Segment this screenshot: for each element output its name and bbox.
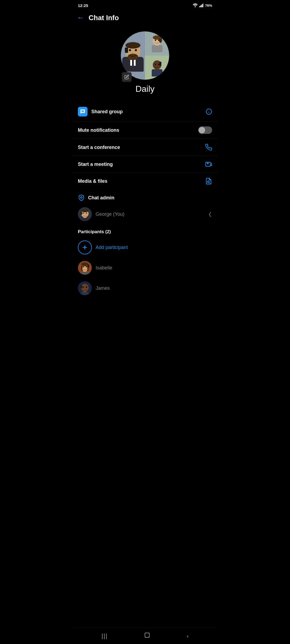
- menu-item-mute[interactable]: Mute notifications: [73, 122, 218, 139]
- wifi-icon: [193, 3, 198, 7]
- person-main-svg: [121, 39, 145, 72]
- svg-rect-1: [199, 6, 200, 7]
- svg-point-11: [128, 54, 138, 60]
- svg-point-53: [81, 262, 89, 266]
- svg-rect-65: [81, 286, 82, 288]
- edit-icon: [124, 75, 129, 79]
- person-br-svg: [150, 59, 164, 76]
- menu-section: Shared group Mute notifications Start a …: [73, 102, 218, 189]
- shared-group-icon: [78, 107, 88, 116]
- participant-row-isabelle[interactable]: Isabelle: [73, 258, 218, 278]
- isabelle-name: Isabelle: [96, 265, 112, 271]
- battery-text: 76%: [205, 3, 212, 8]
- chat-admin-section-header: Chat admin: [73, 189, 218, 204]
- menu-item-left: Shared group: [78, 107, 123, 116]
- james-avatar: [78, 281, 92, 295]
- page-title: Chat Info: [89, 14, 119, 22]
- toggle-knob: [199, 127, 205, 133]
- status-icons: 76%: [193, 3, 212, 8]
- status-time: 12:25: [78, 3, 88, 8]
- svg-point-63: [83, 287, 84, 288]
- james-avatar-svg: [78, 281, 92, 295]
- svg-rect-4: [202, 4, 203, 7]
- mute-label: Mute notifications: [78, 127, 119, 133]
- svg-point-44: [86, 213, 87, 214]
- menu-item-meeting[interactable]: Start a meeting: [73, 156, 218, 173]
- james-name: James: [96, 286, 110, 291]
- info-icon: [206, 108, 212, 115]
- svg-rect-46: [81, 212, 82, 215]
- svg-point-28: [158, 64, 160, 65]
- add-participant-label: Add participant: [96, 245, 128, 250]
- svg-point-64: [86, 287, 87, 288]
- svg-rect-29: [159, 62, 161, 66]
- svg-point-13: [135, 49, 137, 51]
- person-tr-svg: [150, 35, 164, 52]
- svg-point-27: [155, 64, 156, 65]
- admin-chevron: ❮: [208, 211, 212, 217]
- svg-rect-54: [81, 266, 82, 271]
- svg-rect-23: [159, 38, 161, 42]
- shared-group-label: Shared group: [91, 109, 123, 115]
- svg-rect-15: [125, 47, 128, 53]
- svg-point-0: [195, 6, 196, 7]
- svg-point-45: [84, 214, 85, 215]
- participants-title: Participants (2): [78, 229, 111, 234]
- add-participant-icon: [78, 240, 92, 254]
- menu-item-shared-group[interactable]: Shared group: [73, 102, 218, 122]
- svg-rect-58: [88, 265, 89, 268]
- svg-point-21: [155, 39, 156, 41]
- chat-bubble-icon: [80, 109, 85, 114]
- svg-point-22: [158, 39, 160, 41]
- admin-avatar-svg: [78, 207, 92, 221]
- menu-item-media[interactable]: Media & files: [73, 173, 218, 189]
- svg-rect-2: [200, 5, 201, 7]
- svg-rect-3: [201, 5, 202, 7]
- avatar-cell-top-right: [145, 31, 169, 56]
- avatar-cell-bottom-right: [145, 56, 169, 80]
- svg-point-57: [86, 266, 87, 268]
- plus-icon: [81, 244, 88, 251]
- admin-user-row[interactable]: George (You) ❮: [73, 204, 218, 224]
- svg-point-43: [83, 213, 84, 214]
- svg-rect-16: [152, 45, 162, 52]
- back-button[interactable]: ←: [77, 13, 84, 22]
- svg-point-37: [81, 197, 82, 199]
- participants-header: Participants (2): [73, 224, 218, 237]
- svg-point-34: [207, 163, 208, 164]
- media-label: Media & files: [78, 178, 107, 184]
- shield-icon: [78, 194, 85, 201]
- edit-avatar-button[interactable]: [122, 72, 132, 82]
- menu-item-conference[interactable]: Start a conference: [73, 139, 218, 156]
- chat-name: Daily: [135, 84, 154, 94]
- chat-admin-label: Chat admin: [88, 195, 114, 201]
- svg-line-36: [209, 182, 210, 183]
- mute-toggle[interactable]: [198, 126, 212, 134]
- file-search-icon: [205, 178, 212, 185]
- svg-point-14: [132, 52, 134, 54]
- avatar-section: Daily: [73, 26, 218, 102]
- admin-avatar: [78, 207, 92, 221]
- isabelle-avatar: [78, 261, 92, 275]
- status-bar: 12:25 76%: [73, 0, 218, 11]
- header: ← Chat Info: [73, 11, 218, 26]
- participant-row-james[interactable]: James: [73, 278, 218, 298]
- admin-name: George (You): [96, 211, 124, 217]
- svg-point-12: [129, 49, 131, 51]
- add-participant-row[interactable]: Add participant: [73, 237, 218, 258]
- svg-point-56: [83, 266, 84, 268]
- video-icon: [205, 161, 212, 168]
- signal-icon: [199, 3, 204, 7]
- conference-label: Start a conference: [78, 145, 120, 150]
- svg-point-42: [81, 209, 89, 212]
- svg-point-35: [208, 181, 209, 183]
- meeting-label: Start a meeting: [78, 162, 113, 167]
- isabelle-avatar-svg: [78, 261, 92, 275]
- phone-icon: [205, 144, 212, 151]
- svg-rect-24: [152, 69, 162, 76]
